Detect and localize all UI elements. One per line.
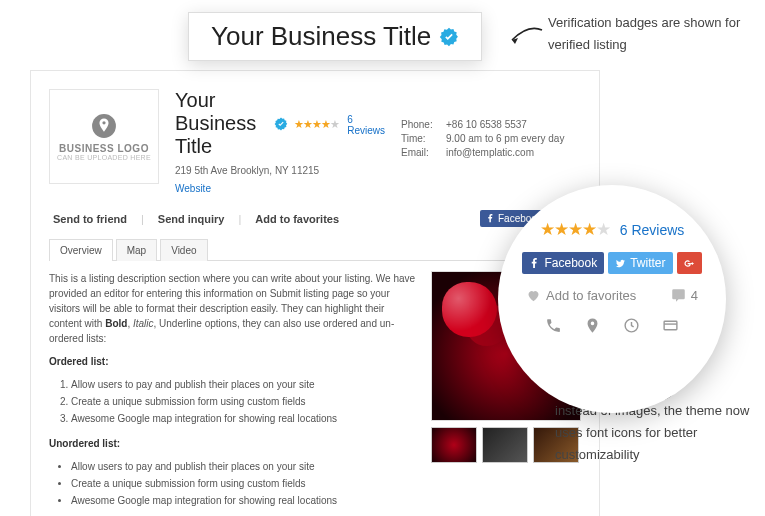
info-phone-value: +86 10 6538 5537 (446, 119, 527, 130)
comments-value: 4 (691, 288, 698, 303)
business-title: Your Business Title (175, 89, 268, 158)
title-callout: Your Business Title (188, 12, 482, 61)
list-item: Allow users to pay and publish their pla… (71, 377, 417, 392)
zoom-callout: ★★★★★ 6 Reviews Facebook Twitter Add to … (498, 185, 726, 413)
info-email-label: Email: (401, 147, 446, 158)
google-plus-icon (684, 258, 695, 269)
tab-overview[interactable]: Overview (49, 239, 113, 261)
list-item: Allow users to pay and publish their pla… (71, 459, 417, 474)
send-to-friend-link[interactable]: Send to friend (49, 213, 131, 225)
header-mid: Your Business Title ★★★★★ 6 Reviews 219 … (175, 89, 385, 194)
facebook-label: Facebook (544, 256, 597, 270)
twitter-label: Twitter (630, 256, 665, 270)
facebook-icon (529, 258, 540, 269)
info-time-label: Time: (401, 133, 446, 144)
google-share-button[interactable] (677, 252, 702, 274)
verification-badge-icon (439, 27, 459, 47)
credit-card-icon[interactable] (662, 317, 679, 334)
zoom-rating-row: ★★★★★ 6 Reviews (520, 219, 704, 240)
zoom-icon-row (520, 317, 704, 334)
zoom-meta-row: Add to favorites 4 (520, 288, 704, 303)
website-link[interactable]: Website (175, 183, 211, 194)
thumbnail[interactable] (431, 427, 477, 463)
thumbnail[interactable] (482, 427, 528, 463)
list-item: Create a unique submission form using cu… (71, 476, 417, 491)
business-logo-placeholder[interactable]: BUSINESS LOGO CAN BE UPLOADED HERE (49, 89, 159, 184)
unordered-heading: Unordered list: (49, 438, 120, 449)
tab-map[interactable]: Map (116, 239, 157, 261)
unordered-list: Allow users to pay and publish their pla… (71, 459, 417, 508)
facebook-icon (486, 214, 495, 223)
add-fav-label: Add to favorites (546, 288, 636, 303)
star-rating: ★★★★★ (540, 219, 610, 240)
callout-title: Your Business Title (211, 21, 431, 52)
map-pin-icon (91, 113, 117, 139)
verification-badge-icon (274, 117, 288, 131)
reviews-link[interactable]: 6 Reviews (347, 114, 385, 136)
annotation-verification: Verification badges are shown for verifi… (548, 12, 753, 56)
business-address: 219 5th Ave Brooklyn, NY 11215 (175, 164, 385, 177)
send-inquiry-link[interactable]: Send inquiry (154, 213, 229, 225)
zoom-social-row: Facebook Twitter (520, 252, 704, 274)
listing-description: This is a listing description section wh… (49, 271, 417, 516)
info-phone-label: Phone: (401, 119, 446, 130)
heart-icon (526, 288, 541, 303)
info-email-value: info@templatic.com (446, 147, 534, 158)
desc-italic: Italic (133, 318, 154, 329)
map-pin-icon[interactable] (584, 317, 601, 334)
svg-rect-2 (664, 321, 677, 330)
business-info: Phone:+86 10 6538 5537 Time:9.00 am to 6… (401, 89, 581, 194)
title-meta: ★★★★★ 6 Reviews (294, 114, 385, 136)
twitter-icon (615, 258, 626, 269)
reviews-link[interactable]: 6 Reviews (620, 222, 685, 238)
star-rating: ★★★★★ (294, 118, 339, 131)
ordered-heading: Ordered list: (49, 356, 108, 367)
annotation-arrow-icon (506, 22, 546, 56)
logo-text-line1: BUSINESS LOGO (59, 143, 149, 154)
separator: | (234, 213, 245, 225)
desc-bold: Bold (105, 318, 127, 329)
separator: | (137, 213, 148, 225)
twitter-share-button[interactable]: Twitter (608, 252, 672, 274)
tabs: Overview Map Video (49, 239, 581, 261)
actions-row: Send to friend | Send inquiry | Add to f… (49, 206, 581, 231)
text-actions: Send to friend | Send inquiry | Add to f… (49, 213, 343, 225)
list-item: Awesome Google map integration for showi… (71, 493, 417, 508)
ordered-list: Allow users to pay and publish their pla… (71, 377, 417, 426)
info-time-value: 9.00 am to 6 pm every day (446, 133, 564, 144)
list-item: Create a unique submission form using cu… (71, 394, 417, 409)
phone-icon[interactable] (545, 317, 562, 334)
list-item: Awesome Google map integration for showi… (71, 411, 417, 426)
business-title-row: Your Business Title ★★★★★ 6 Reviews (175, 89, 385, 158)
add-to-favorites-link[interactable]: Add to favorites (251, 213, 343, 225)
logo-text-line2: CAN BE UPLOADED HERE (57, 154, 151, 161)
tab-video[interactable]: Video (160, 239, 207, 261)
facebook-share-button[interactable]: Facebook (522, 252, 604, 274)
comment-icon (671, 288, 686, 303)
comments-count[interactable]: 4 (671, 288, 698, 303)
add-to-favorites-link[interactable]: Add to favorites (526, 288, 636, 303)
clock-icon[interactable] (623, 317, 640, 334)
listing-header: BUSINESS LOGO CAN BE UPLOADED HERE Your … (49, 89, 581, 194)
